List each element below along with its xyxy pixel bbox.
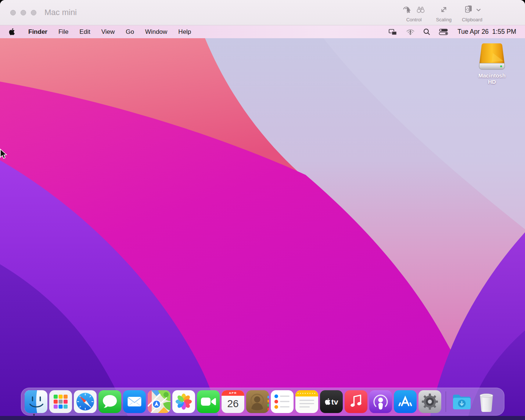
- remote-desktop-window: Mac mini: [0, 0, 525, 420]
- minimize-button[interactable]: [21, 10, 26, 15]
- clipboard-label: Clipboard: [462, 17, 482, 22]
- music-icon: [345, 390, 367, 413]
- apple-menu[interactable]: [9, 28, 15, 35]
- dock: APR 26: [21, 388, 504, 416]
- dock-item-tv[interactable]: tv: [320, 390, 343, 413]
- zoom-button[interactable]: [31, 10, 36, 15]
- wifi-warning-icon[interactable]: [406, 28, 415, 36]
- dock-item-finder[interactable]: [25, 390, 47, 413]
- finder-icon: [25, 390, 47, 413]
- scaling-button[interactable]: [439, 5, 448, 15]
- scaling-arrows-icon: [439, 5, 448, 15]
- menu-file[interactable]: File: [53, 25, 74, 38]
- mouse-cursor-icon: [0, 148, 8, 161]
- close-button[interactable]: [10, 10, 16, 15]
- scaling-group: Scaling: [436, 3, 452, 22]
- window-title: Mac mini: [44, 8, 77, 17]
- menu-finder[interactable]: Finder: [23, 25, 53, 38]
- menu-items: Finder File Edit View Go Window Help: [23, 25, 197, 38]
- menu-bar-status: Tue Apr 26 1:55 PM: [388, 28, 516, 36]
- apple-icon: [9, 28, 15, 35]
- volume-label: Macintosh HD: [475, 72, 509, 85]
- menu-go[interactable]: Go: [120, 25, 140, 38]
- menu-help[interactable]: Help: [173, 25, 197, 38]
- menu-view[interactable]: View: [96, 25, 121, 38]
- system-preferences-icon: [418, 390, 441, 413]
- calendar-day: 26: [222, 395, 244, 413]
- dock-item-music[interactable]: [345, 390, 367, 413]
- contacts-icon: [246, 390, 269, 413]
- dock-separator: [446, 391, 446, 412]
- dock-item-reminders[interactable]: [271, 390, 294, 413]
- dock-item-mail[interactable]: [123, 390, 146, 413]
- observe-button[interactable]: [416, 5, 426, 15]
- mail-icon: [123, 390, 146, 413]
- downloads-folder-icon: [450, 390, 473, 413]
- messages-icon: [98, 390, 121, 413]
- dock-item-podcasts[interactable]: [369, 390, 392, 413]
- facetime-icon: [197, 390, 220, 413]
- photos-icon: [172, 390, 195, 413]
- chevron-down-icon: [476, 7, 481, 13]
- control-group: Control: [402, 3, 426, 22]
- dock-item-contacts[interactable]: [246, 390, 269, 413]
- running-indicator: [33, 414, 35, 416]
- reminders-icon: [271, 390, 294, 413]
- notes-icon: [295, 390, 318, 413]
- tv-label: tv: [331, 398, 338, 406]
- safari-icon: [74, 390, 97, 413]
- app-store-icon: [394, 390, 417, 413]
- control-button[interactable]: [402, 5, 412, 15]
- dock-item-photos[interactable]: [172, 390, 195, 413]
- menu-edit[interactable]: Edit: [74, 25, 96, 38]
- maps-icon: [148, 390, 170, 413]
- dock-item-downloads[interactable]: [450, 390, 473, 413]
- control-label: Control: [406, 17, 422, 22]
- dock-item-trash[interactable]: [475, 390, 498, 413]
- clipboard-group: Clipboard: [462, 3, 482, 22]
- dock-item-messages[interactable]: [98, 390, 121, 413]
- dock-item-launchpad[interactable]: [49, 390, 72, 413]
- macintosh-hd-icon[interactable]: Macintosh HD: [475, 43, 509, 85]
- menu-bar-clock[interactable]: Tue Apr 26 1:55 PM: [457, 28, 516, 36]
- screen-mirroring-icon[interactable]: [388, 28, 398, 36]
- dock-item-system-preferences[interactable]: [418, 390, 441, 413]
- clipboard-icon: [464, 4, 475, 16]
- binoculars-icon: [416, 5, 426, 15]
- search-icon[interactable]: [423, 28, 430, 35]
- podcasts-icon: [369, 390, 392, 413]
- monterey-wallpaper: [0, 38, 525, 420]
- desktop[interactable]: Macintosh HD: [0, 38, 525, 420]
- dock-item-safari[interactable]: [74, 390, 97, 413]
- remote-toolbar: Control Scaling: [402, 0, 525, 28]
- traffic-lights: [10, 10, 36, 15]
- dock-item-maps[interactable]: [148, 390, 170, 413]
- title-bar: Mac mini: [0, 0, 525, 25]
- scaling-label: Scaling: [436, 17, 452, 22]
- menu-window[interactable]: Window: [140, 25, 173, 38]
- dock-item-notes[interactable]: [295, 390, 318, 413]
- clipboard-button[interactable]: [464, 4, 481, 16]
- calendar-icon: APR 26: [222, 390, 244, 413]
- trash-icon: [475, 390, 498, 413]
- launchpad-icon: [49, 390, 72, 413]
- apple-tv-icon: tv: [320, 390, 343, 413]
- control-center-icon[interactable]: [439, 28, 448, 35]
- control-cursor-icon: [402, 5, 412, 15]
- hard-drive-icon: [478, 43, 506, 71]
- dock-item-calendar[interactable]: APR 26: [222, 390, 244, 413]
- dock-item-app-store[interactable]: [394, 390, 417, 413]
- dock-item-facetime[interactable]: [197, 390, 220, 413]
